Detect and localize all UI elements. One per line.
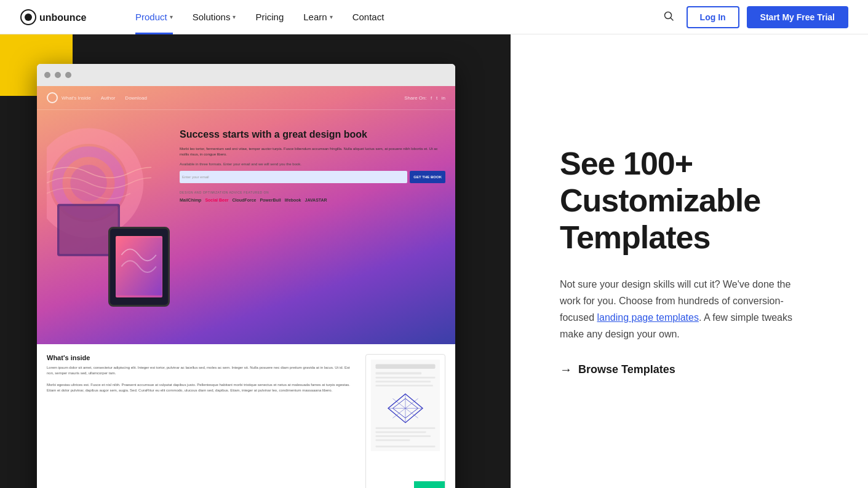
svg-rect-27: [375, 446, 435, 447]
login-button[interactable]: Log In: [687, 6, 739, 28]
hero-headline: See 100+ Customizable Templates: [560, 146, 831, 256]
lp-hero: Success starts with a great design book …: [37, 110, 455, 319]
lp-green-accent: [414, 481, 445, 488]
landing-page-templates-link[interactable]: landing page templates: [597, 312, 698, 323]
browser-dot-red: [44, 72, 50, 78]
browse-arrow-icon: →: [560, 363, 572, 377]
svg-rect-14: [375, 377, 435, 379]
svg-rect-15: [375, 381, 431, 383]
svg-rect-12: [375, 364, 435, 368]
nav-item-product[interactable]: Product ▾: [125, 0, 183, 34]
brand-lifebook: lifebook: [285, 198, 301, 202]
browse-templates-link[interactable]: → Browse Templates: [560, 363, 831, 377]
chevron-down-icon: ▾: [233, 14, 236, 20]
nav-item-pricing[interactable]: Pricing: [245, 0, 293, 34]
lp-nav-download: Download: [125, 95, 147, 101]
lp-cta-button[interactable]: GET THE BOOK: [410, 171, 445, 183]
browser-dot-yellow: [55, 72, 61, 78]
lp-nav-whats-inside: What's Inside: [62, 95, 91, 101]
brand-mailchimp: MailChimp: [180, 198, 201, 202]
browser-topbar: [37, 64, 455, 86]
lp-bottom: What's inside Lorem ipsum dolor sit amet…: [37, 344, 455, 488]
lp-nav: What's Inside Author Download Share On: …: [37, 86, 455, 110]
lp-email-form: Enter your email GET THE BOOK: [180, 171, 445, 183]
nav-item-solutions[interactable]: Solutions ▾: [183, 0, 246, 34]
browser-dot-green: [65, 72, 71, 78]
search-icon: [663, 10, 674, 22]
svg-rect-13: [375, 372, 421, 375]
lp-doc-inner: [366, 355, 445, 488]
svg-rect-26: [375, 439, 410, 441]
lp-logo: [47, 92, 58, 103]
lp-brand-logos: MailChimp Social Beer CloudForce PowerBu…: [180, 198, 445, 202]
lp-whats-inside-body2: Morbi egestas ultrices est. Fusce et nis…: [47, 382, 353, 393]
brand-javastar: JAVASTAR: [305, 198, 327, 202]
hero-description: Not sure your design skills will cut it?…: [560, 276, 794, 343]
lp-device-area: [47, 122, 170, 307]
svg-rect-25: [375, 435, 431, 437]
svg-rect-16: [375, 385, 432, 387]
brand-social-beer: Social Beer: [205, 198, 228, 202]
brand-cloudforce: CloudForce: [233, 198, 257, 202]
lp-whats-inside-body: Lorem ipsum dolor sit amet, consectetur …: [47, 365, 353, 376]
logo[interactable]: unbounce: [20, 8, 106, 26]
lp-featured-label: DESIGN AND OPTIMIZATION ADVICE FEATURED …: [180, 191, 445, 194]
svg-point-1: [25, 14, 32, 21]
navbar: unbounce Product ▾ Solutions ▾ Pricing L…: [0, 0, 868, 34]
lp-nav-share: Share On: f t in: [404, 95, 445, 101]
lp-tablet-inner: [116, 236, 162, 297]
chevron-down-icon: ▾: [330, 14, 333, 20]
lp-tablet: [108, 227, 170, 307]
svg-text:unbounce: unbounce: [39, 12, 87, 23]
nav-actions: Log In Start My Free Trial: [658, 6, 848, 29]
lp-email-input[interactable]: Enter your email: [180, 171, 407, 183]
lp-preview: What's Inside Author Download Share On: …: [37, 86, 455, 344]
svg-rect-24: [375, 431, 426, 433]
lp-nav-links: What's Inside Author Download: [62, 95, 147, 101]
nav-item-contact[interactable]: Contact: [343, 0, 394, 34]
left-panel: What's Inside Author Download Share On: …: [0, 34, 511, 488]
lp-text-area: Success starts with a great design book …: [180, 122, 445, 307]
trial-button[interactable]: Start My Free Trial: [747, 6, 848, 28]
lp-whats-inside: What's inside Lorem ipsum dolor sit amet…: [47, 354, 353, 488]
lp-nav-author: Author: [101, 95, 116, 101]
svg-rect-23: [375, 427, 435, 429]
lp-whats-inside-title: What's inside: [47, 354, 353, 361]
main-content: What's Inside Author Download Share On: …: [0, 34, 868, 488]
nav-links: Product ▾ Solutions ▾ Pricing Learn ▾ Co…: [125, 0, 658, 34]
lp-headline: Success starts with a great design book: [180, 128, 445, 141]
nav-item-learn[interactable]: Learn ▾: [293, 0, 342, 34]
search-button[interactable]: [658, 6, 679, 29]
lp-doc-preview: [365, 354, 445, 488]
browser-mockup: What's Inside Author Download Share On: …: [37, 64, 455, 488]
brand-powerbull: PowerBull: [260, 198, 281, 202]
lp-available-text: Available in three formats. Enter your e…: [180, 162, 445, 166]
lp-body-text: Morbi leo tortor, fermentum sed orci vit…: [180, 146, 445, 157]
right-panel: See 100+ Customizable Templates Not sure…: [511, 34, 868, 488]
svg-line-4: [671, 18, 673, 20]
chevron-down-icon: ▾: [170, 14, 173, 20]
